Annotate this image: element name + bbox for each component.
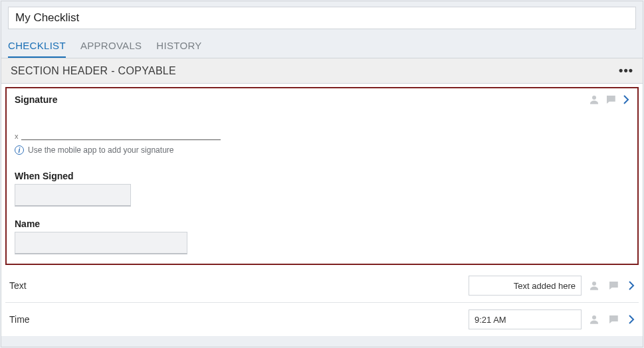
text-row-value[interactable]: Text added here bbox=[469, 276, 582, 296]
signature-x-mark: x bbox=[15, 132, 19, 140]
svg-point-0 bbox=[592, 96, 596, 100]
person-icon bbox=[588, 280, 600, 292]
tab-bar: CHECKLIST APPROVALS HISTORY bbox=[1, 35, 643, 58]
time-row-value[interactable]: 9:21 AM bbox=[469, 309, 582, 329]
title-wrap bbox=[1, 1, 643, 35]
tab-approvals[interactable]: APPROVALS bbox=[80, 35, 142, 58]
checklist-title-input[interactable] bbox=[8, 7, 636, 29]
person-icon bbox=[588, 313, 600, 325]
signature-title: Signature bbox=[15, 94, 58, 105]
signature-info-text: Use the mobile app to add your signature bbox=[28, 145, 173, 155]
time-row: Time 9:21 AM bbox=[5, 303, 639, 336]
signature-row-icons bbox=[588, 94, 629, 106]
checklist-panel: CHECKLIST APPROVALS HISTORY SECTION HEAD… bbox=[1, 1, 643, 347]
signature-info: i Use the mobile app to add your signatu… bbox=[15, 145, 629, 155]
tab-checklist[interactable]: CHECKLIST bbox=[8, 35, 66, 58]
text-row: Text Text added here bbox=[5, 269, 639, 303]
person-icon bbox=[588, 94, 600, 106]
chevron-right-icon[interactable] bbox=[623, 94, 629, 105]
section-content: Signature x i bbox=[1, 84, 643, 336]
name-label: Name bbox=[15, 218, 629, 229]
text-row-label: Text bbox=[9, 280, 27, 291]
section-header-label: SECTION HEADER - COPYABLE bbox=[11, 65, 176, 77]
svg-point-1 bbox=[592, 282, 596, 286]
section-header: SECTION HEADER - COPYABLE ••• bbox=[1, 58, 643, 84]
signature-line[interactable] bbox=[21, 139, 221, 140]
comment-icon[interactable] bbox=[604, 94, 617, 106]
time-row-label: Time bbox=[9, 314, 30, 325]
name-input[interactable] bbox=[15, 232, 187, 254]
name-group: Name bbox=[15, 218, 629, 254]
signature-item: Signature x i bbox=[5, 87, 639, 265]
when-signed-group: When Signed bbox=[15, 171, 629, 207]
when-signed-label: When Signed bbox=[15, 171, 629, 181]
signature-header: Signature bbox=[15, 94, 629, 106]
comment-icon[interactable] bbox=[607, 280, 620, 292]
when-signed-input[interactable] bbox=[15, 184, 131, 207]
more-menu-icon[interactable]: ••• bbox=[619, 64, 633, 78]
svg-point-2 bbox=[592, 315, 596, 319]
time-row-right: 9:21 AM bbox=[469, 309, 635, 329]
info-icon: i bbox=[15, 145, 24, 155]
comment-icon[interactable] bbox=[607, 313, 620, 325]
tab-history[interactable]: HISTORY bbox=[156, 35, 201, 58]
chevron-right-icon[interactable] bbox=[628, 314, 635, 325]
text-row-right: Text added here bbox=[469, 276, 635, 296]
signature-line-wrap: x bbox=[15, 132, 629, 140]
chevron-right-icon[interactable] bbox=[628, 280, 635, 291]
